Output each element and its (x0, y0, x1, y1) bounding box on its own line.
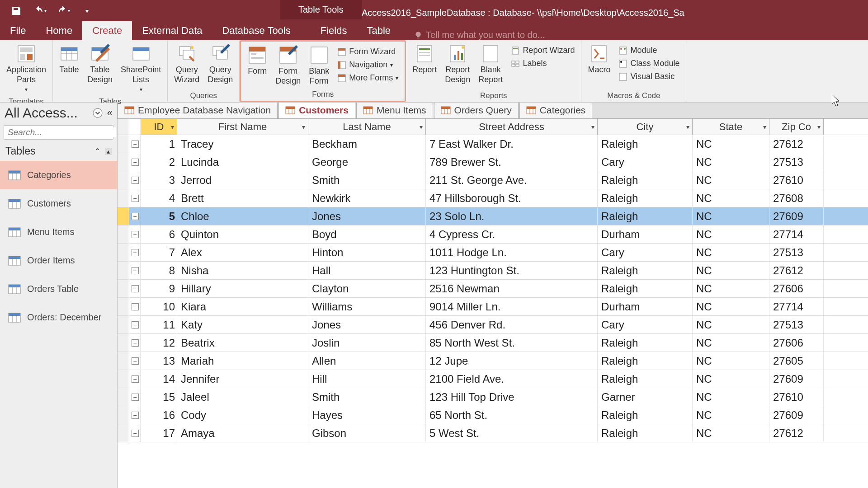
table-row[interactable]: +17AmayaGibson5 West St.RaleighNC27612 (118, 424, 868, 442)
expand-row[interactable]: + (129, 424, 141, 442)
cell-street-address[interactable]: 2100 Field Ave. (426, 370, 598, 388)
tab-create[interactable]: Create (82, 21, 132, 40)
chevron-down-icon[interactable]: ▾ (591, 123, 594, 131)
chevron-down-icon[interactable]: ▾ (817, 123, 821, 131)
nav-item[interactable]: Orders: December (0, 303, 117, 332)
column-header[interactable]: State▾ (693, 119, 769, 135)
cell-id[interactable]: 4 (141, 189, 177, 207)
cell-first-name[interactable]: Jaleel (177, 388, 308, 406)
cell-last-name[interactable]: Smith (308, 388, 426, 406)
cell-first-name[interactable]: Mariah (177, 352, 308, 370)
table-row[interactable]: +6QuintonBoyd4 Cypress Cr.DurhamNC27714 (118, 225, 868, 244)
tab-home[interactable]: Home (36, 21, 82, 40)
cell-first-name[interactable]: Chloe (177, 207, 308, 225)
cell-last-name[interactable]: Joslin (308, 334, 426, 352)
collapse-nav-icon[interactable]: « (107, 107, 113, 119)
table-row[interactable]: +12BeatrixJoslin85 North West St.Raleigh… (118, 334, 868, 352)
table-row[interactable]: +9HillaryClayton2516 NewmanRaleighNC2760… (118, 280, 868, 298)
cell-city[interactable]: Raleigh (598, 135, 693, 153)
table-row[interactable]: +8NishaHall123 Huntington St.RaleighNC27… (118, 262, 868, 280)
labels-button[interactable]: Labels (508, 58, 577, 69)
report-wizard-button[interactable]: Report Wizard (508, 45, 577, 56)
cell-zip[interactable]: 27714 (769, 225, 824, 243)
cell-zip[interactable]: 27606 (769, 280, 824, 297)
cell-zip[interactable]: 27513 (769, 244, 824, 261)
expand-row[interactable]: + (129, 334, 141, 352)
cell-first-name[interactable]: Lucinda (177, 153, 308, 171)
cell-first-name[interactable]: Brett (177, 189, 308, 207)
cell-first-name[interactable]: Nisha (177, 262, 308, 279)
cell-state[interactable]: NC (693, 207, 769, 225)
row-selector[interactable] (118, 225, 129, 243)
cell-first-name[interactable]: Kiara (177, 298, 308, 315)
nav-item[interactable]: Categories (0, 161, 117, 189)
cell-first-name[interactable]: Jerrod (177, 171, 308, 189)
nav-item[interactable]: Order Items (0, 246, 117, 275)
cell-street-address[interactable]: 7 East Walker Dr. (426, 135, 598, 153)
cell-last-name[interactable]: Jones (308, 316, 426, 333)
cell-street-address[interactable]: 5 West St. (426, 424, 598, 442)
nav-item[interactable]: Menu Items (0, 218, 117, 246)
expand-row[interactable]: + (129, 352, 141, 370)
cell-last-name[interactable]: Boyd (308, 225, 426, 243)
tab-database-tools[interactable]: Database Tools (212, 21, 300, 40)
cell-street-address[interactable]: 65 North St. (426, 406, 598, 424)
form-design-button[interactable]: Form Design (273, 43, 303, 89)
cell-zip[interactable]: 27610 (769, 388, 824, 406)
sharepoint-lists-button[interactable]: SharePoint Lists ▾ (118, 42, 164, 96)
cell-id[interactable]: 10 (141, 298, 177, 315)
cell-city[interactable]: Garner (598, 388, 693, 406)
tab-table[interactable]: Table (357, 21, 401, 40)
cell-city[interactable]: Durham (598, 225, 693, 243)
cell-last-name[interactable]: Hayes (308, 406, 426, 424)
cell-city[interactable]: Raleigh (598, 262, 693, 279)
module-button[interactable]: Module (616, 45, 682, 56)
cell-street-address[interactable]: 789 Brewer St. (426, 153, 598, 171)
cell-city[interactable]: Raleigh (598, 171, 693, 189)
cell-last-name[interactable]: Newkirk (308, 189, 426, 207)
cell-last-name[interactable]: Beckham (308, 135, 426, 153)
cell-id[interactable]: 8 (141, 262, 177, 279)
cell-id[interactable]: 6 (141, 225, 177, 243)
cell-zip[interactable]: 27605 (769, 352, 824, 370)
more-forms-button[interactable]: More Forms ▾ (335, 72, 401, 84)
chevron-down-icon[interactable]: ▾ (171, 123, 174, 131)
cell-first-name[interactable]: Tracey (177, 135, 308, 153)
expand-row[interactable]: + (129, 388, 141, 406)
cell-first-name[interactable]: Hillary (177, 280, 308, 297)
cell-city[interactable]: Raleigh (598, 406, 693, 424)
expand-row[interactable]: + (129, 298, 141, 315)
cell-zip[interactable]: 27513 (769, 316, 824, 333)
table-row[interactable]: +5ChloeJones23 Solo Ln.RaleighNC27609 (118, 207, 868, 225)
cell-last-name[interactable]: Williams (308, 298, 426, 315)
report-design-button[interactable]: Report Design (442, 42, 473, 90)
cell-id[interactable]: 5 (141, 207, 177, 225)
cell-zip[interactable]: 27608 (769, 189, 824, 207)
cell-street-address[interactable]: 123 Hill Top Drive (426, 388, 598, 406)
cell-last-name[interactable]: Smith (308, 171, 426, 189)
object-tab[interactable]: Employee Database Navigation (118, 102, 278, 118)
cell-first-name[interactable]: Quinton (177, 225, 308, 243)
cell-street-address[interactable]: 12 Jupe (426, 352, 598, 370)
form-wizard-button[interactable]: Form Wizard (335, 46, 401, 57)
cell-last-name[interactable]: Gibson (308, 424, 426, 442)
cell-first-name[interactable]: Cody (177, 406, 308, 424)
cell-city[interactable]: Cary (598, 153, 693, 171)
expand-row[interactable]: + (129, 244, 141, 261)
table-row[interactable]: +13MariahAllen12 JupeRaleighNC27605 (118, 352, 868, 370)
table-row[interactable]: +4BrettNewkirk47 Hillsborough St.Raleigh… (118, 189, 868, 207)
row-selector[interactable] (118, 334, 129, 352)
redo-button[interactable]: ▾ (56, 4, 71, 18)
application-parts-button[interactable]: Application Parts ▾ (4, 42, 49, 96)
cell-id[interactable]: 2 (141, 153, 177, 171)
cell-state[interactable]: NC (693, 171, 769, 189)
cell-zip[interactable]: 27609 (769, 406, 824, 424)
cell-id[interactable]: 16 (141, 406, 177, 424)
expand-row[interactable]: + (129, 316, 141, 333)
cell-id[interactable]: 3 (141, 171, 177, 189)
cell-zip[interactable]: 27612 (769, 135, 824, 153)
nav-search[interactable] (4, 125, 113, 140)
cell-street-address[interactable]: 123 Huntington St. (426, 262, 598, 279)
expand-row[interactable]: + (129, 207, 141, 225)
save-button[interactable] (9, 4, 24, 18)
